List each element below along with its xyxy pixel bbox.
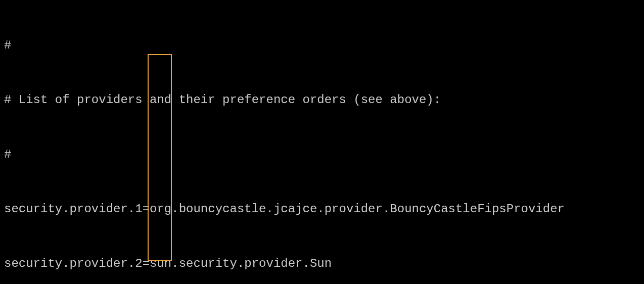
code-block: # # List of providers and their preferen… [0,0,644,284]
code-line: # [4,146,640,164]
code-line: # [4,36,640,55]
code-line: # List of providers and their preference… [4,91,640,109]
code-line: security.provider.2=sun.security.provide… [4,255,640,273]
code-line: security.provider.1=org.bouncycastle.jca… [4,200,640,218]
